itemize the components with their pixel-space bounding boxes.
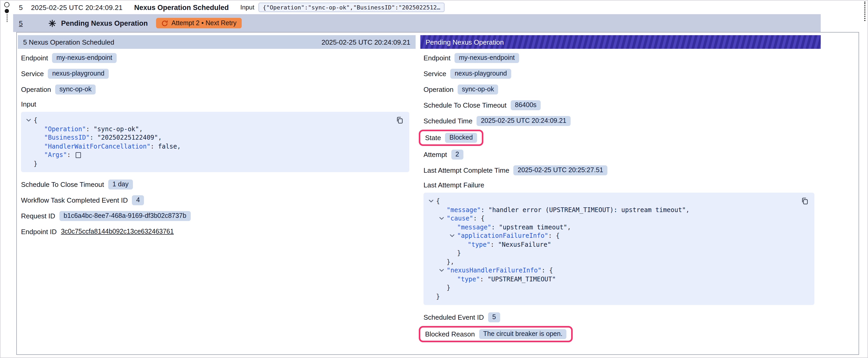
field-label: Operation — [424, 85, 454, 93]
copy-icon[interactable] — [396, 116, 404, 124]
field-value-badge: 5 — [488, 312, 500, 322]
json-token: false — [158, 142, 177, 151]
field-label: Last Attempt Complete Time — [424, 166, 509, 174]
field-value-badge: my-nexus-endpoint — [52, 53, 117, 63]
field-label: Endpoint — [424, 54, 451, 62]
json-token: : { — [548, 231, 560, 240]
field-label: Scheduled Time — [424, 117, 472, 125]
attempt-retry-badge: Attempt 2 • Next Retry — [156, 18, 242, 28]
json-token: : { — [541, 266, 553, 275]
field-row-attempt: Attempt2 — [424, 147, 814, 162]
json-line: "Operation": "sync-op-ok", — [25, 125, 404, 133]
json-line: } — [428, 249, 809, 258]
collapse-caret-icon[interactable] — [26, 119, 34, 122]
field-row-operation: Operationsync-op-ok — [424, 82, 814, 97]
field-label: Workflow Task Completed Event ID — [21, 196, 128, 204]
json-viewer: {"message": "handler error (UPSTREAM_TIM… — [424, 193, 814, 305]
field-row-endpoint: Endpointmy-nexus-endpoint — [21, 50, 409, 66]
collapse-caret-icon[interactable] — [439, 217, 446, 220]
field-row-service: Servicenexus-playground — [21, 66, 409, 82]
event-timestamp: 2025-02-25 UTC 20:24:09.21 — [31, 3, 123, 11]
json-line: "message": "upstream timeout", — [428, 223, 809, 231]
json-line: { — [428, 197, 809, 205]
field-row-schedule-to-close-timeout: Schedule To Close Timeout1 day — [21, 176, 409, 192]
field-label: Request ID — [21, 212, 55, 220]
json-token: : — [90, 133, 97, 142]
field-value-link[interactable]: 3c0c75ccfa8144b092c13ce632463761 — [61, 228, 174, 235]
field-row-schedule-to-close-timeout: Schedule To Close Timeout86400s — [424, 97, 814, 113]
timeline-dashed-connector — [6, 14, 7, 22]
event-summary-row[interactable]: 5 2025-02-25 UTC 20:24:09.21 Nexus Opera… — [13, 1, 831, 14]
json-token: : — [151, 142, 158, 151]
pending-asterisk-icon — [48, 19, 56, 27]
json-token: "NexusFailure" — [498, 240, 551, 249]
json-token: "applicationFailureInfo" — [457, 231, 548, 240]
json-token: , — [158, 133, 162, 142]
field-label: Scheduled Event ID — [424, 313, 484, 321]
json-line: "nexusHandlerFailureInfo": { — [428, 266, 809, 275]
pending-event-id-link[interactable]: 5 — [19, 19, 23, 27]
field-label: Blocked Reason — [425, 330, 475, 338]
event-timeline-gutter — [3, 2, 11, 22]
field-value-badge: 86400s — [511, 100, 541, 110]
field-label: Endpoint ID — [21, 228, 57, 235]
pending-operation-panel-body: Endpointmy-nexus-endpointServicenexus-pl… — [420, 49, 821, 343]
json-token: { — [436, 197, 440, 205]
json-token: "handler error (UPSTREAM_TIMEOUT): upstr… — [488, 205, 686, 214]
json-token: } — [436, 292, 440, 301]
scheduled-panel-timestamp: 2025-02-25 UTC 20:24:09.21 — [321, 38, 410, 46]
pending-operation-title: Pending Nexus Operation — [61, 19, 148, 27]
json-token: , — [177, 142, 181, 151]
json-line: { — [25, 116, 404, 125]
json-token: }, — [446, 258, 454, 266]
json-line: "type": "UPSTREAM_TIMEOUT" — [428, 275, 809, 284]
scheduled-event-panel: 5 Nexus Operation Scheduled 2025-02-25 U… — [18, 35, 415, 239]
field-value-badge: b1c6a4bc-8ee7-468a-9169-df3b02c8737b — [59, 211, 190, 221]
json-token: : — [491, 223, 499, 231]
pending-operation-panel: Pending Nexus Operation Endpointmy-nexus… — [420, 35, 821, 343]
field-row-workflow-task-completed-event-id: Workflow Task Completed Event ID4 — [21, 192, 409, 208]
event-input-preview-chip: {"Operation":"sync-op-ok","BusinessID":"… — [258, 3, 444, 12]
json-token: "nexusHandlerFailureInfo" — [446, 266, 541, 275]
field-row-state: StateBlocked — [424, 129, 814, 147]
field-row-scheduled-time: Scheduled Time2025-02-25 UTC 20:24:09.21 — [424, 113, 814, 129]
attempt-retry-label: Attempt 2 • Next Retry — [172, 20, 237, 27]
json-line: "type": "NexusFailure" — [428, 240, 809, 249]
field-value-badge: sync-op-ok — [55, 84, 96, 94]
json-line: } — [428, 284, 809, 292]
json-line: "BusinessID": "20250225122409", — [25, 133, 404, 142]
annotation-highlight: Blocked ReasonThe circuit breaker is ope… — [419, 326, 573, 342]
field-value-badge: 2025-02-25 UTC 20:25:27.51 — [514, 165, 608, 175]
field-label: Schedule To Close Timeout — [424, 101, 506, 109]
field-label: Endpoint — [21, 54, 48, 62]
collapse-caret-icon[interactable] — [439, 269, 446, 272]
pending-operation-row[interactable]: 5 Pending Nexus Operation Attempt 2 • Ne… — [13, 14, 821, 32]
field-label: Input — [21, 100, 36, 108]
vertical-scrollbar-thumb[interactable] — [864, 2, 865, 21]
field-row-service: Servicenexus-playground — [424, 66, 814, 82]
field-value-badge: 2025-02-25 UTC 20:24:09.21 — [476, 116, 570, 126]
json-token: "sync-op-ok" — [94, 125, 139, 133]
collapse-caret-icon[interactable] — [450, 234, 457, 237]
json-line: "message": "handler error (UPSTREAM_TIME… — [428, 205, 809, 214]
json-token: "Args" — [44, 151, 67, 159]
event-input-label: Input — [240, 4, 254, 11]
field-row-operation: Operationsync-op-ok — [21, 82, 409, 97]
collapse-caret-icon[interactable] — [429, 200, 436, 203]
json-token: , — [686, 205, 689, 214]
event-history-detail-view: 5 2025-02-25 UTC 20:24:09.21 Nexus Opera… — [0, 0, 868, 358]
json-token: "type" — [468, 240, 491, 249]
field-label-row-input: Input — [21, 97, 409, 111]
json-token: "UPSTREAM_TIMEOUT" — [488, 275, 556, 284]
json-token: "Operation" — [44, 125, 86, 133]
json-line: "HandlerWaitForCancellation": false, — [25, 142, 404, 151]
field-row-endpoint-id: Endpoint ID3c0c75ccfa8144b092c13ce632463… — [21, 224, 409, 239]
json-token: "message" — [457, 223, 491, 231]
field-label: State — [425, 134, 441, 141]
timeline-ring-icon — [4, 2, 9, 7]
copy-icon[interactable] — [801, 197, 809, 205]
field-value-badge: nexus-playground — [451, 68, 511, 78]
event-title: Nexus Operation Scheduled — [134, 3, 229, 11]
field-label-row-last-attempt-failure: Last Attempt Failure — [424, 178, 814, 192]
event-detail-container: 5 Nexus Operation Scheduled 2025-02-25 U… — [16, 32, 859, 355]
